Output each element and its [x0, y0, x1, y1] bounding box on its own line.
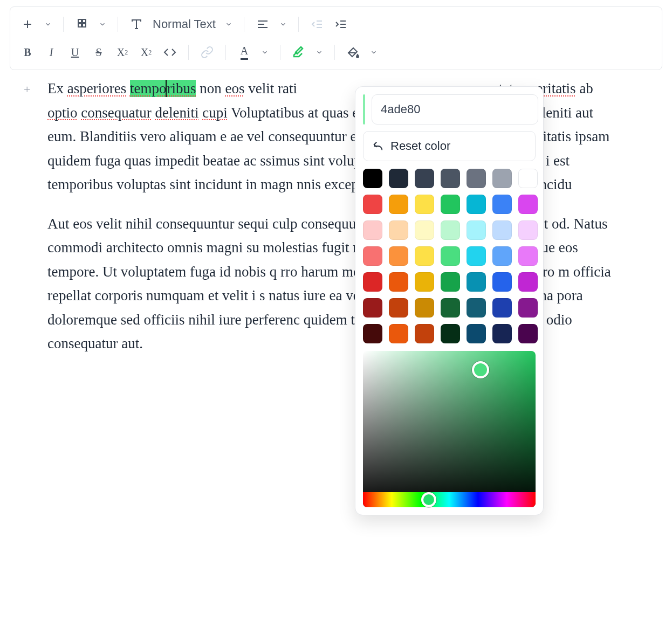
gradient-cursor[interactable]	[472, 361, 489, 378]
reset-color-label: Reset color	[390, 139, 450, 153]
color-swatch[interactable]	[363, 169, 382, 188]
text-color-dropdown[interactable]	[257, 49, 272, 56]
color-swatch[interactable]	[441, 220, 460, 240]
block-type-dropdown[interactable]	[95, 20, 110, 28]
color-picker-panel: Reset color	[355, 86, 544, 392]
saturation-value-picker[interactable]	[363, 351, 536, 392]
text-style-dropdown[interactable]	[221, 20, 236, 28]
color-swatch[interactable]	[415, 324, 434, 343]
fill-color-button[interactable]	[342, 42, 364, 63]
code-button[interactable]	[159, 42, 181, 63]
color-swatch[interactable]	[518, 298, 538, 318]
color-swatch[interactable]	[518, 195, 538, 214]
text-style-label[interactable]: Normal Text	[149, 17, 219, 31]
color-swatch[interactable]	[441, 246, 460, 266]
separator	[225, 45, 226, 60]
color-swatch[interactable]	[363, 298, 382, 318]
undo-icon	[372, 140, 384, 152]
color-swatch[interactable]	[492, 324, 512, 343]
spell-error[interactable]: cupi	[202, 105, 228, 121]
text-color-button[interactable]: A	[234, 42, 255, 63]
color-swatch[interactable]	[415, 298, 434, 318]
color-swatch[interactable]	[467, 324, 486, 343]
color-swatch[interactable]	[415, 220, 434, 240]
color-swatch[interactable]	[441, 169, 460, 188]
color-swatch[interactable]	[389, 272, 408, 292]
color-swatch[interactable]	[492, 220, 512, 240]
color-grid	[363, 169, 536, 343]
color-swatch[interactable]	[467, 220, 486, 240]
color-swatch[interactable]	[415, 272, 434, 292]
spell-error[interactable]: consequatur	[81, 105, 151, 121]
color-swatch[interactable]	[467, 246, 486, 266]
color-swatch[interactable]	[441, 324, 460, 343]
color-swatch[interactable]	[467, 169, 486, 188]
fill-color-dropdown[interactable]	[366, 49, 381, 56]
color-swatch[interactable]	[363, 220, 382, 240]
toolbar-row-1: Normal Text	[17, 10, 655, 38]
color-swatch[interactable]	[518, 272, 538, 292]
highlight-button[interactable]	[288, 42, 310, 63]
add-line-button[interactable]: +	[24, 80, 30, 99]
color-swatch[interactable]	[492, 272, 512, 292]
color-swatch[interactable]	[492, 246, 512, 266]
text[interactable]: Ex	[47, 80, 67, 96]
hex-input[interactable]	[372, 94, 538, 125]
indent-button[interactable]	[330, 13, 352, 35]
color-swatch[interactable]	[389, 195, 408, 214]
color-swatch[interactable]	[415, 246, 434, 266]
color-swatch[interactable]	[492, 298, 512, 318]
svg-rect-5	[83, 24, 86, 27]
italic-button[interactable]: I	[40, 42, 62, 63]
subscript-button[interactable]: X2	[112, 42, 133, 63]
text-style-icon[interactable]	[126, 13, 147, 35]
color-swatch[interactable]	[363, 272, 382, 292]
separator	[118, 17, 118, 32]
strikethrough-button[interactable]: S	[88, 42, 109, 63]
separator	[298, 17, 299, 32]
insert-dropdown[interactable]	[40, 20, 56, 28]
color-swatch[interactable]	[467, 298, 486, 318]
color-swatch[interactable]	[389, 246, 408, 266]
superscript-button[interactable]: X2	[135, 42, 157, 63]
spell-error[interactable]: eos	[225, 80, 244, 96]
color-swatch[interactable]	[518, 220, 538, 240]
color-swatch[interactable]	[518, 246, 538, 266]
color-swatch[interactable]	[467, 272, 486, 292]
spell-error[interactable]: optio	[47, 105, 78, 121]
link-button	[196, 42, 218, 63]
color-swatch[interactable]	[441, 298, 460, 318]
highlighted-text[interactable]: tempo	[130, 80, 167, 97]
color-swatch[interactable]	[518, 324, 538, 343]
color-swatch[interactable]	[363, 195, 382, 214]
color-swatch[interactable]	[492, 195, 512, 214]
outdent-button	[306, 13, 328, 35]
color-swatch[interactable]	[389, 298, 408, 318]
color-swatch[interactable]	[415, 169, 434, 188]
color-swatch[interactable]	[492, 169, 512, 188]
underline-button[interactable]: U	[64, 42, 86, 63]
color-swatch[interactable]	[415, 195, 434, 214]
highlight-dropdown[interactable]	[312, 49, 327, 56]
highlighted-text[interactable]: ribus	[166, 80, 196, 97]
color-swatch[interactable]	[441, 272, 460, 292]
color-swatch[interactable]	[363, 246, 382, 266]
editor-content[interactable]: + Ex asperiores temporibus non eos velit…	[0, 77, 647, 392]
color-swatch[interactable]	[389, 220, 408, 240]
color-swatch[interactable]	[389, 169, 408, 188]
color-swatch[interactable]	[518, 169, 538, 188]
svg-rect-2	[78, 19, 81, 23]
color-swatch[interactable]	[363, 324, 382, 343]
spell-error[interactable]: deleniti	[155, 105, 198, 121]
align-dropdown[interactable]	[276, 20, 291, 28]
color-swatch[interactable]	[467, 195, 486, 214]
align-button[interactable]	[252, 13, 273, 35]
spell-error[interactable]: asperiores	[67, 80, 126, 96]
color-swatch[interactable]	[441, 195, 460, 214]
reset-color-button[interactable]: Reset color	[363, 131, 536, 161]
insert-button[interactable]	[17, 13, 38, 35]
current-color-swatch	[363, 94, 365, 125]
color-swatch[interactable]	[389, 324, 408, 343]
block-type-button[interactable]	[71, 13, 93, 35]
bold-button[interactable]: B	[17, 42, 38, 63]
